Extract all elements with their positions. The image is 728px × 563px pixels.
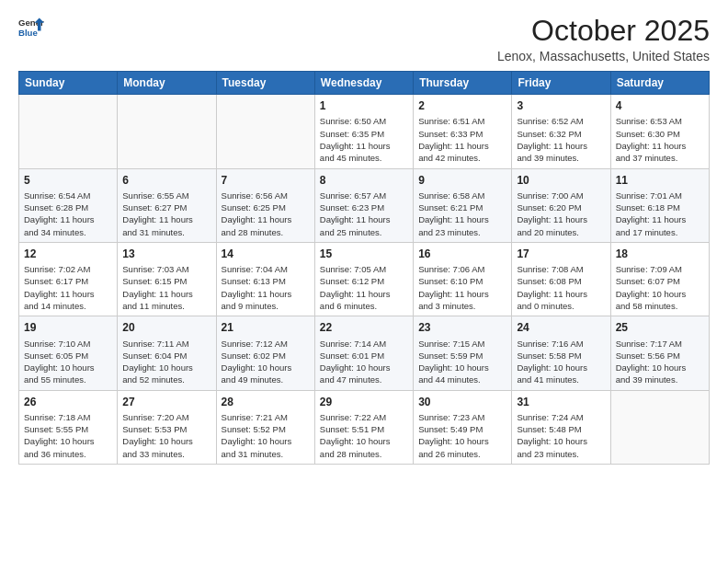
day-info: Sunrise: 7:00 AM Sunset: 6:20 PM Dayligh… [517,190,605,238]
day-number: 12 [24,247,112,261]
table-row: 5Sunrise: 6:54 AM Sunset: 6:28 PM Daylig… [19,168,118,242]
day-info: Sunrise: 7:14 AM Sunset: 6:01 PM Dayligh… [320,338,408,386]
day-info: Sunrise: 6:56 AM Sunset: 6:25 PM Dayligh… [222,190,310,238]
day-info: Sunrise: 7:16 AM Sunset: 5:58 PM Dayligh… [517,338,605,386]
day-number: 3 [517,98,605,113]
day-number: 10 [517,173,605,188]
svg-text:Blue: Blue [18,28,38,38]
day-number: 6 [122,173,210,188]
table-row [118,95,216,168]
day-number: 23 [418,320,506,335]
table-row [610,390,709,464]
table-row: 6Sunrise: 6:55 AM Sunset: 6:27 PM Daylig… [118,168,216,242]
day-number: 29 [320,395,408,409]
day-info: Sunrise: 7:22 AM Sunset: 5:51 PM Dayligh… [320,411,408,460]
table-row: 26Sunrise: 7:18 AM Sunset: 5:55 PM Dayli… [19,390,118,464]
col-monday: Monday [118,72,216,95]
calendar: Sunday Monday Tuesday Wednesday Thursday… [18,71,710,465]
day-number: 16 [418,247,506,261]
day-info: Sunrise: 6:50 AM Sunset: 6:35 PM Dayligh… [320,115,408,164]
day-number: 19 [24,320,112,335]
day-number: 21 [222,320,310,335]
day-info: Sunrise: 6:51 AM Sunset: 6:33 PM Dayligh… [418,115,506,164]
day-info: Sunrise: 7:12 AM Sunset: 6:02 PM Dayligh… [222,338,310,386]
table-row: 3Sunrise: 6:52 AM Sunset: 6:32 PM Daylig… [512,95,610,168]
day-number: 24 [517,320,605,335]
table-row: 10Sunrise: 7:00 AM Sunset: 6:20 PM Dayli… [512,168,610,242]
header: General Blue October 2025 Lenox, Massach… [18,15,710,63]
table-row: 8Sunrise: 6:57 AM Sunset: 6:23 PM Daylig… [314,168,413,242]
day-info: Sunrise: 7:23 AM Sunset: 5:49 PM Dayligh… [418,411,506,460]
day-number: 25 [616,320,704,335]
table-row: 9Sunrise: 6:58 AM Sunset: 6:21 PM Daylig… [414,168,512,242]
table-row: 14Sunrise: 7:04 AM Sunset: 6:13 PM Dayli… [216,242,314,316]
table-row: 25Sunrise: 7:17 AM Sunset: 5:56 PM Dayli… [610,316,709,390]
table-row: 27Sunrise: 7:20 AM Sunset: 5:53 PM Dayli… [118,390,216,464]
table-row: 16Sunrise: 7:06 AM Sunset: 6:10 PM Dayli… [414,242,512,316]
day-info: Sunrise: 6:55 AM Sunset: 6:27 PM Dayligh… [122,190,210,238]
day-info: Sunrise: 6:54 AM Sunset: 6:28 PM Dayligh… [24,190,112,238]
calendar-week-row: 19Sunrise: 7:10 AM Sunset: 6:05 PM Dayli… [19,316,710,390]
day-number: 14 [222,247,310,261]
day-number: 5 [24,173,112,188]
day-info: Sunrise: 7:15 AM Sunset: 5:59 PM Dayligh… [418,338,506,386]
day-number: 26 [24,395,112,409]
col-friday: Friday [512,72,610,95]
day-number: 9 [418,173,506,188]
logo: General Blue [18,15,48,40]
day-info: Sunrise: 7:09 AM Sunset: 6:07 PM Dayligh… [616,263,704,312]
day-number: 1 [320,98,408,113]
table-row: 17Sunrise: 7:08 AM Sunset: 6:08 PM Dayli… [512,242,610,316]
table-row: 31Sunrise: 7:24 AM Sunset: 5:48 PM Dayli… [512,390,610,464]
day-info: Sunrise: 6:52 AM Sunset: 6:32 PM Dayligh… [517,115,605,164]
day-info: Sunrise: 7:06 AM Sunset: 6:10 PM Dayligh… [418,263,506,312]
table-row: 22Sunrise: 7:14 AM Sunset: 6:01 PM Dayli… [314,316,413,390]
table-row: 12Sunrise: 7:02 AM Sunset: 6:17 PM Dayli… [19,242,118,316]
day-number: 20 [122,320,210,335]
table-row: 4Sunrise: 6:53 AM Sunset: 6:30 PM Daylig… [610,95,709,168]
day-number: 4 [616,98,704,113]
table-row: 30Sunrise: 7:23 AM Sunset: 5:49 PM Dayli… [414,390,512,464]
day-number: 7 [222,173,310,188]
logo-icon: General Blue [18,15,44,40]
table-row: 24Sunrise: 7:16 AM Sunset: 5:58 PM Dayli… [512,316,610,390]
day-info: Sunrise: 7:03 AM Sunset: 6:15 PM Dayligh… [122,263,210,312]
table-row: 19Sunrise: 7:10 AM Sunset: 6:05 PM Dayli… [19,316,118,390]
day-info: Sunrise: 7:01 AM Sunset: 6:18 PM Dayligh… [616,190,704,238]
day-number: 13 [122,247,210,261]
table-row: 28Sunrise: 7:21 AM Sunset: 5:52 PM Dayli… [216,390,314,464]
day-number: 8 [320,173,408,188]
day-info: Sunrise: 7:08 AM Sunset: 6:08 PM Dayligh… [517,263,605,312]
day-number: 30 [418,395,506,409]
day-number: 31 [517,395,605,409]
table-row: 15Sunrise: 7:05 AM Sunset: 6:12 PM Dayli… [314,242,413,316]
day-info: Sunrise: 7:02 AM Sunset: 6:17 PM Dayligh… [24,263,112,312]
table-row: 2Sunrise: 6:51 AM Sunset: 6:33 PM Daylig… [414,95,512,168]
table-row: 11Sunrise: 7:01 AM Sunset: 6:18 PM Dayli… [610,168,709,242]
day-number: 17 [517,247,605,261]
calendar-header-row: Sunday Monday Tuesday Wednesday Thursday… [19,72,710,95]
table-row: 29Sunrise: 7:22 AM Sunset: 5:51 PM Dayli… [314,390,413,464]
day-number: 15 [320,247,408,261]
day-info: Sunrise: 6:57 AM Sunset: 6:23 PM Dayligh… [320,190,408,238]
table-row: 13Sunrise: 7:03 AM Sunset: 6:15 PM Dayli… [118,242,216,316]
title-section: October 2025 Lenox, Massachusetts, Unite… [497,15,710,63]
calendar-week-row: 26Sunrise: 7:18 AM Sunset: 5:55 PM Dayli… [19,390,710,464]
day-info: Sunrise: 7:10 AM Sunset: 6:05 PM Dayligh… [24,338,112,386]
col-wednesday: Wednesday [314,72,413,95]
day-number: 27 [122,395,210,409]
table-row: 23Sunrise: 7:15 AM Sunset: 5:59 PM Dayli… [414,316,512,390]
day-number: 22 [320,320,408,335]
day-info: Sunrise: 7:24 AM Sunset: 5:48 PM Dayligh… [517,411,605,460]
month-title: October 2025 [497,15,710,47]
table-row [216,95,314,168]
day-info: Sunrise: 6:58 AM Sunset: 6:21 PM Dayligh… [418,190,506,238]
calendar-week-row: 1Sunrise: 6:50 AM Sunset: 6:35 PM Daylig… [19,95,710,168]
day-info: Sunrise: 7:18 AM Sunset: 5:55 PM Dayligh… [24,411,112,460]
col-thursday: Thursday [414,72,512,95]
table-row: 21Sunrise: 7:12 AM Sunset: 6:02 PM Dayli… [216,316,314,390]
day-info: Sunrise: 7:21 AM Sunset: 5:52 PM Dayligh… [222,411,310,460]
day-number: 11 [616,173,704,188]
day-info: Sunrise: 6:53 AM Sunset: 6:30 PM Dayligh… [616,115,704,164]
day-info: Sunrise: 7:11 AM Sunset: 6:04 PM Dayligh… [122,338,210,386]
